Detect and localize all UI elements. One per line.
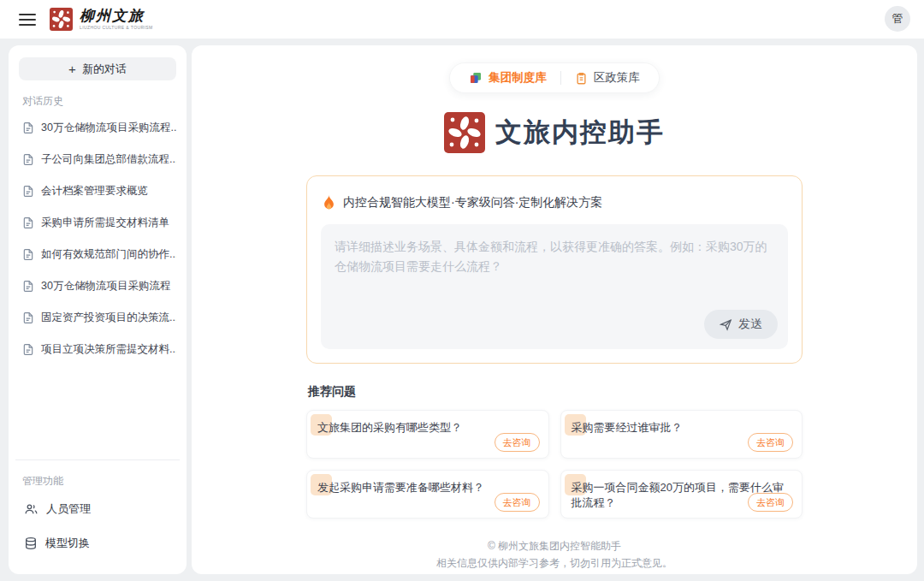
document-icon (22, 153, 34, 166)
layers-icon (469, 71, 483, 85)
go-consult-button[interactable]: 去咨询 (748, 433, 793, 452)
document-icon (22, 216, 34, 229)
chat-history-label: 会计档案管理要求概览 (41, 184, 148, 199)
chat-history-label: 30万仓储物流项目采购流程... (41, 121, 176, 135)
suggestion-card[interactable]: 采购一项合同金额20万的项目，需要什么审批流程？ 去咨询 (560, 470, 803, 519)
tagline-text: 内控合规智能大模型·专家级问答·定制化解决方案 (343, 195, 602, 210)
seal-logo-icon (50, 8, 73, 31)
users-icon (24, 502, 38, 516)
app-hero: 文旅内控助手 (444, 112, 665, 153)
admin-item-label: 人员管理 (46, 501, 91, 517)
user-avatar[interactable]: 管 (885, 6, 910, 32)
seal-logo-icon-large (444, 112, 485, 153)
suggestion-card[interactable]: 文旅集团的采购有哪些类型？ 去咨询 (306, 410, 549, 459)
history-section-title: 对话历史 (22, 94, 173, 109)
chat-history-item[interactable]: 如何有效规范部门间的协作... (19, 239, 176, 270)
send-label: 发送 (738, 317, 762, 332)
chat-history-list: 30万仓储物流项目采购流程... 子公司向集团总部借款流程... 会计档案管理要… (19, 112, 176, 454)
chat-history-item[interactable]: 固定资产投资项目的决策流... (19, 302, 176, 334)
top-header: 柳州文旅 LIUZHOU CULTURE & TOURISM 管 (0, 0, 924, 39)
plus-icon: + (68, 62, 76, 76)
chat-history-label: 采购申请所需提交材料清单 (41, 216, 169, 230)
document-icon (22, 343, 34, 356)
input-zone: 发送 (321, 224, 788, 349)
chat-history-label: 固定资产投资项目的决策流... (41, 311, 176, 325)
tagline-row: 内控合规智能大模型·专家级问答·定制化解决方案 (323, 195, 786, 210)
question-input-card: 内控合规智能大模型·专家级问答·定制化解决方案 发送 (306, 175, 803, 364)
document-icon (22, 248, 34, 261)
go-consult-button[interactable]: 去咨询 (495, 433, 540, 452)
go-consult-button[interactable]: 去咨询 (748, 493, 793, 512)
chat-history-item[interactable]: 会计档案管理要求概览 (19, 175, 176, 207)
document-icon (22, 311, 34, 324)
chat-history-label: 如何有效规范部门间的协作... (41, 247, 176, 262)
new-chat-button[interactable]: + 新的对话 (19, 57, 176, 80)
sidebar-divider (15, 459, 180, 460)
paper-plane-icon (720, 318, 732, 331)
main-panel: 集团制度库 区政策库 文旅内控助手 内控合规智能大模型·专家 (192, 45, 917, 574)
suggestion-card[interactable]: 发起采购申请需要准备哪些材料？ 去咨询 (306, 470, 549, 519)
sidebar-item-user-management[interactable]: 人员管理 (19, 492, 176, 526)
go-consult-button[interactable]: 去咨询 (495, 493, 540, 512)
database-icon (24, 537, 38, 550)
clipboard-icon (575, 72, 588, 85)
admin-item-label: 模型切换 (45, 536, 90, 551)
app-logo: 柳州文旅 LIUZHOU CULTURE & TOURISM (50, 8, 153, 31)
chat-history-item[interactable]: 30万仓储物流项目采购流程 (19, 270, 176, 302)
admin-section-title: 管理功能 (22, 474, 173, 489)
chat-history-item[interactable]: 30万仓储物流项目采购流程... (19, 112, 176, 144)
suggestions-grid: 文旅集团的采购有哪些类型？ 去咨询 采购需要经过谁审批？ 去咨询 发起采购申请需… (306, 410, 803, 519)
send-button[interactable]: 发送 (704, 310, 778, 339)
tab-label: 区政策库 (594, 70, 640, 86)
suggestions-title: 推荐问题 (308, 384, 801, 400)
flame-icon (323, 195, 335, 210)
chat-history-label: 项目立项决策所需提交材料... (41, 342, 176, 357)
tab-group-policy-library[interactable]: 集团制度库 (455, 63, 560, 92)
chat-history-item[interactable]: 采购申请所需提交材料清单 (19, 207, 176, 239)
menu-icon[interactable] (19, 14, 36, 26)
sidebar: + 新的对话 对话历史 30万仓储物流项目采购流程... 子公司向集团总部借款流… (9, 45, 187, 574)
document-icon (22, 185, 34, 198)
chat-history-item[interactable]: 项目立项决策所需提交材料... (19, 334, 176, 365)
footer-disclaimer: 相关信息仅供内部学习参考，切勿引用为正式意见。 (306, 554, 803, 572)
page-title: 文旅内控助手 (495, 115, 665, 151)
sidebar-item-model-switch[interactable]: 模型切换 (19, 526, 176, 560)
chat-history-label: 子公司向集团总部借款流程... (41, 152, 176, 167)
chat-history-item[interactable]: 子公司向集团总部借款流程... (19, 144, 176, 175)
document-icon (22, 122, 34, 134)
tab-district-policy-library[interactable]: 区政策库 (561, 63, 654, 92)
knowledge-base-tabs: 集团制度库 区政策库 (449, 62, 660, 93)
brand-subtitle: LIUZHOU CULTURE & TOURISM (80, 26, 153, 30)
chat-history-label: 30万仓储物流项目采购流程 (41, 279, 170, 293)
document-icon (22, 280, 34, 293)
new-chat-label: 新的对话 (82, 62, 127, 77)
footer-copyright: © 柳州文旅集团内控智能助手 (306, 537, 803, 554)
suggestion-card[interactable]: 采购需要经过谁审批？ 去咨询 (560, 410, 803, 459)
brand-name: 柳州文旅 (80, 9, 153, 23)
tab-label: 集团制度库 (489, 70, 547, 86)
footer: © 柳州文旅集团内控智能助手 相关信息仅供内部学习参考，切勿引用为正式意见。 (306, 537, 803, 572)
